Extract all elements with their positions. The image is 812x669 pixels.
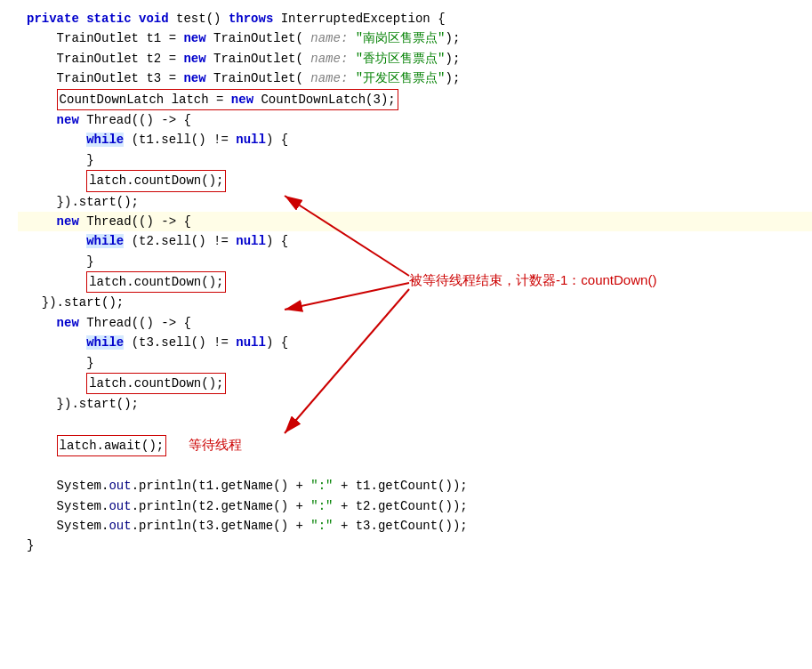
code-line-1: private static void test() throws Interr…: [18, 9, 812, 28]
code-line-10: }).start();: [18, 192, 812, 212]
code-line-16: new Thread(() -> {: [18, 313, 812, 333]
code-line-3: TrainOutlet t2 = new TrainOutlet( name: …: [18, 49, 812, 69]
while-highlight-1: while: [86, 133, 124, 147]
code-line-6: new Thread(() -> {: [18, 110, 812, 130]
code-line-13: }: [18, 252, 812, 271]
code-line-24: System.out.println(t1.getName() + ":" + …: [18, 476, 812, 496]
code-line-19: latch.countDown();: [18, 373, 812, 394]
code-line-14: latch.countDown();: [18, 271, 812, 293]
await-annotation: 等待线程: [189, 437, 242, 452]
code-line-20: }).start();: [18, 394, 812, 414]
countdown-box-1: latch.countDown();: [86, 170, 226, 191]
code-line-18: }: [18, 353, 812, 373]
code-line-27: }: [18, 536, 812, 555]
code-line-15: }).start();: [18, 293, 812, 312]
await-box: latch.await();: [57, 435, 167, 456]
countdown-box-2: latch.countDown();: [86, 271, 226, 293]
code-line-22: latch.await(); 等待线程: [18, 434, 812, 456]
while-highlight-2: while: [86, 234, 124, 248]
code-line-9: latch.countDown();: [18, 170, 812, 191]
code-line-2: TrainOutlet t1 = new TrainOutlet( name: …: [18, 28, 812, 48]
code-line-11: new Thread(() -> {: [18, 212, 812, 231]
code-line-17: while (t3.sell() != null) {: [18, 333, 812, 352]
countdown-box-3: latch.countDown();: [86, 373, 226, 394]
code-line-25: System.out.println(t2.getName() + ":" + …: [18, 496, 812, 516]
code-container: private static void test() throws Interr…: [0, 0, 812, 669]
code-line-8: }: [18, 150, 812, 170]
code-line-blank-1: [18, 415, 812, 434]
code-line-4: TrainOutlet t3 = new TrainOutlet( name: …: [18, 69, 812, 88]
code-line-12: while (t2.sell() != null) {: [18, 231, 812, 251]
code-line-7: while (t1.sell() != null) {: [18, 130, 812, 149]
code-line-blank-2: [18, 456, 812, 476]
while-highlight-3: while: [86, 335, 124, 350]
code-line-26: System.out.println(t3.getName() + ":" + …: [18, 516, 812, 536]
code-line-5: CountDownLatch latch = new CountDownLatc…: [18, 89, 812, 110]
countdownlatch-box: CountDownLatch latch = new CountDownLatc…: [57, 89, 398, 110]
